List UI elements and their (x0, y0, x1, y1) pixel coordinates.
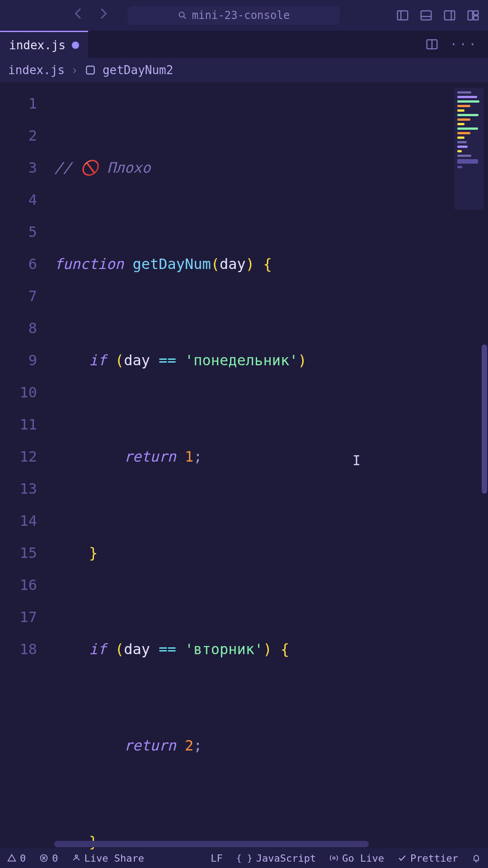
svg-line-1 (183, 17, 186, 19)
breadcrumb[interactable]: index.js › getDayNum2 (0, 58, 488, 82)
svg-rect-8 (468, 11, 473, 20)
warning-icon (7, 854, 16, 863)
svg-rect-13 (86, 66, 94, 74)
line-gutter: 123456789101112131415161718 (0, 82, 49, 848)
tab-index-js[interactable]: index.js (0, 31, 88, 58)
minimap[interactable] (455, 88, 483, 210)
tab-modified-dot-icon (72, 42, 79, 49)
panel-left-icon[interactable] (396, 9, 409, 22)
svg-rect-4 (421, 11, 432, 20)
svg-rect-6 (445, 11, 455, 20)
more-actions-icon[interactable]: ··· (450, 37, 478, 52)
command-center-text: mini-23-console (192, 9, 290, 22)
breadcrumb-symbol: getDayNum2 (103, 63, 174, 77)
code-content[interactable]: // 🚫 Плохо function getDayNum(day) { if … (49, 82, 488, 848)
error-icon (39, 854, 48, 863)
window-titlebar: mini-23-console (0, 0, 488, 31)
svg-rect-2 (398, 11, 408, 20)
text-cursor-icon: I (352, 444, 360, 461)
command-center[interactable]: mini-23-console (127, 6, 340, 25)
svg-rect-10 (474, 16, 478, 20)
layout-grid-icon[interactable] (466, 9, 480, 22)
breadcrumb-file: index.js (8, 63, 65, 77)
nav-back-icon[interactable] (71, 6, 86, 24)
tab-label: index.js (9, 38, 66, 52)
tab-actions: ··· (425, 31, 488, 58)
search-icon (178, 10, 188, 20)
nav-arrows (71, 6, 110, 24)
panel-bottom-icon[interactable] (419, 9, 433, 22)
symbol-method-icon (84, 64, 96, 76)
editor-tabs: index.js ··· (0, 31, 488, 58)
split-editor-icon[interactable] (425, 38, 439, 51)
svg-point-0 (179, 12, 184, 17)
horizontal-scrollbar[interactable] (54, 841, 479, 847)
panel-right-icon[interactable] (443, 9, 456, 22)
code-editor[interactable]: 123456789101112131415161718 // 🚫 Плохо f… (0, 82, 488, 848)
vertical-scrollbar[interactable] (480, 82, 488, 848)
svg-rect-9 (474, 11, 478, 15)
nav-forward-icon[interactable] (96, 6, 110, 24)
chevron-right-icon: › (71, 63, 78, 77)
layout-controls (396, 9, 480, 22)
status-warnings[interactable]: 0 (7, 853, 26, 864)
